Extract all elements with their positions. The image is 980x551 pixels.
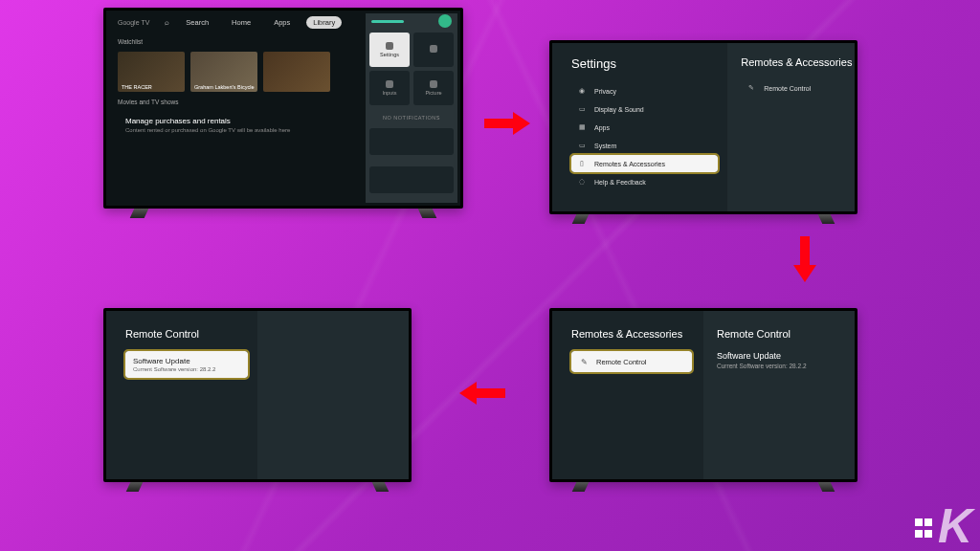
remote-control-label: Remote Control [764, 85, 811, 92]
tile-3[interactable] [263, 52, 330, 92]
tv3-right-col: Remote Control Software Update Current S… [703, 311, 855, 479]
gear-icon [386, 42, 393, 50]
panel-bottom-1[interactable] [369, 128, 454, 155]
search-icon[interactable]: ⌕ [165, 18, 169, 27]
tab-apps[interactable]: Apps [267, 16, 297, 29]
tv2-right-col: Remotes & Accessories ✎ Remote Control [727, 43, 855, 211]
settings-display[interactable]: ▭ Display & Sound [571, 100, 718, 118]
panel-bottom-2r [366, 163, 457, 197]
settings-help-label: Help & Feedback [594, 179, 646, 186]
tv4-right-col [257, 311, 409, 479]
tab-search[interactable]: Search [179, 16, 215, 29]
tv4-left-col: Remote Control Software Update Current S… [106, 311, 257, 479]
tv3-screen: Remotes & Accessories ✎ Remote Control R… [552, 311, 855, 479]
settings-title: Settings [571, 56, 727, 71]
panel-inputs-label: Inputs [383, 90, 397, 96]
panel-bottom-2[interactable] [369, 166, 454, 193]
settings-help[interactable]: ◌ Help & Feedback [571, 173, 718, 190]
system-icon: ▭ [577, 141, 587, 150]
settings-remotes[interactable]: ▯ Remotes & Accessories [571, 155, 718, 172]
tv3-left-title-text: Remotes & Accessories [571, 328, 682, 340]
software-update-selected[interactable]: Software Update Current Software version… [125, 351, 248, 378]
tv1-screen: Google TV ⌕ Search Home Apps Library Wat… [106, 11, 460, 206]
remote-control-item[interactable]: ✎ Remote Control [741, 79, 845, 97]
settings-privacy[interactable]: ◉ Privacy [571, 82, 718, 99]
settings-apps[interactable]: ▦ Apps [571, 119, 718, 136]
panel-settings-label: Settings [380, 52, 399, 57]
tv4-title: Remote Control [125, 328, 257, 340]
arrow-right-icon [484, 115, 530, 132]
remotes-title: Remotes & Accessories [741, 56, 855, 68]
tile-racer[interactable]: THE RACER [118, 52, 185, 92]
watermark-dots [915, 518, 930, 538]
remote-icon: ✎ [579, 357, 589, 366]
shield-icon: ◉ [577, 86, 587, 96]
panel-picture-label: Picture [425, 90, 441, 96]
remotes-title-text: Remotes & Accessories [741, 56, 852, 68]
arrow-left-icon [459, 385, 505, 402]
no-notifications: NO NOTIFICATIONS [366, 115, 457, 121]
logo: Google TV [118, 19, 149, 26]
manage-title: Manage purchases and rentals [125, 117, 340, 125]
display-icon: ▭ [577, 104, 587, 114]
panel-cell-2[interactable] [413, 33, 454, 67]
watermark: K [915, 507, 972, 545]
remote-control-selected[interactable]: ✎ Remote Control [571, 351, 692, 372]
manage-sub: Content rented or purchased on Google TV… [125, 127, 340, 133]
avatar[interactable] [438, 14, 452, 28]
remote-control-label: Remote Control [596, 358, 647, 366]
profile-bar[interactable] [371, 20, 404, 23]
software-update-title: Software Update [717, 351, 855, 361]
remote-icon: ▯ [577, 159, 587, 168]
wifi-icon [430, 45, 437, 53]
software-update-sub: Current Software version: 28.2.2 [717, 363, 855, 369]
panel-top [366, 13, 457, 29]
tv3-right-title: Remote Control [717, 328, 855, 340]
tv-step-4: Remote Control Software Update Current S… [103, 308, 412, 482]
watermark-k: K [938, 507, 972, 545]
sw-sub: Current Software version: 28.2.2 [133, 366, 240, 372]
tv4-screen: Remote Control Software Update Current S… [106, 311, 409, 479]
tv3-right-title-text: Remote Control [717, 328, 791, 340]
settings-system[interactable]: ▭ System [571, 137, 718, 154]
panel-grid: Settings Inputs Picture [366, 29, 457, 109]
panel-inputs[interactable]: Inputs [369, 71, 410, 105]
settings-privacy-label: Privacy [594, 88, 616, 95]
picture-icon [430, 80, 437, 88]
panel-settings[interactable]: Settings [369, 33, 410, 67]
arrow-down-icon [796, 236, 813, 282]
tv3-left-title: Remotes & Accessories [571, 328, 703, 340]
remote-icon: ✎ [746, 83, 756, 93]
help-icon: ◌ [577, 177, 587, 187]
settings-apps-label: Apps [594, 124, 610, 131]
panel-picture[interactable]: Picture [413, 71, 454, 105]
input-icon [386, 80, 393, 88]
tile-bicycle-label: Graham Lakbert's Bicycle [194, 84, 255, 90]
panel-bottom [366, 124, 457, 159]
tv2-screen: Settings ◉ Privacy ▭ Display & Sound ▦ A… [552, 43, 855, 211]
settings-system-label: System [594, 143, 616, 149]
tv2-left-col: Settings ◉ Privacy ▭ Display & Sound ▦ A… [552, 43, 727, 211]
tv-step-2: Settings ◉ Privacy ▭ Display & Sound ▦ A… [549, 40, 858, 214]
tab-library[interactable]: Library [306, 16, 342, 29]
settings-remotes-label: Remotes & Accessories [594, 161, 665, 167]
tv-step-1: Google TV ⌕ Search Home Apps Library Wat… [103, 8, 463, 209]
quick-settings-panel: Settings Inputs Picture NO NOTIFICATIONS [366, 13, 457, 203]
tab-home[interactable]: Home [225, 16, 257, 29]
tv4-title-text: Remote Control [125, 328, 199, 340]
manage-card[interactable]: Manage purchases and rentals Content ren… [118, 111, 347, 139]
tv-step-3: Remotes & Accessories ✎ Remote Control R… [549, 308, 858, 482]
apps-icon: ▦ [577, 122, 587, 132]
tv3-left-col: Remotes & Accessories ✎ Remote Control [552, 311, 703, 479]
tile-bicycle[interactable]: Graham Lakbert's Bicycle [190, 52, 257, 92]
sw-title: Software Update [133, 357, 240, 365]
settings-display-label: Display & Sound [594, 106, 644, 113]
tile-racer-label: THE RACER [122, 84, 152, 90]
